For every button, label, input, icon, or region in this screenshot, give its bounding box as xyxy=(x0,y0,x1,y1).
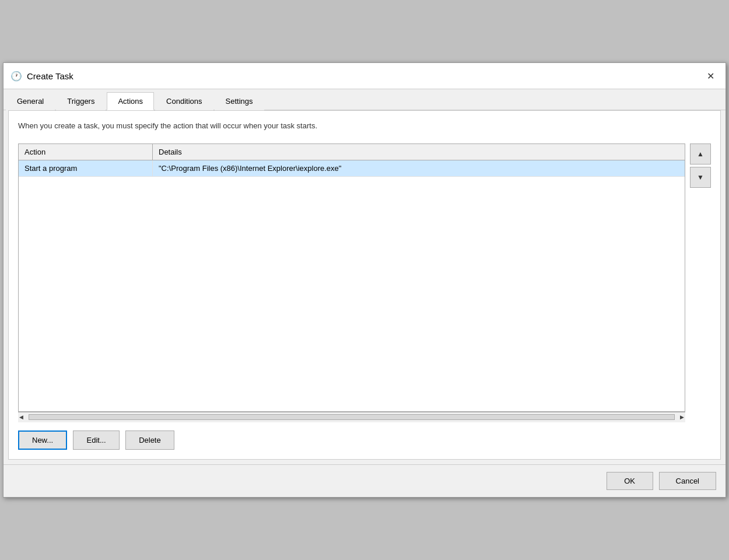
scroll-right-arrow[interactable]: ▶ xyxy=(680,414,684,420)
table-wrapper: Action Details Start a program "C:\Progr… xyxy=(18,144,685,422)
side-buttons: ▲ ▼ xyxy=(690,144,711,188)
table-header: Action Details xyxy=(19,144,685,160)
tab-conditions[interactable]: Conditions xyxy=(155,92,213,110)
tab-triggers[interactable]: Triggers xyxy=(56,92,106,110)
ok-button[interactable]: OK xyxy=(607,472,653,490)
column-header-action: Action xyxy=(19,144,153,160)
tab-settings[interactable]: Settings xyxy=(215,92,264,110)
clock-icon: 🕐 xyxy=(10,70,22,82)
scrollbar-area: ◀ ▶ xyxy=(18,412,685,422)
main-content: When you create a task, you must specify… xyxy=(8,110,721,460)
cancel-button[interactable]: Cancel xyxy=(659,472,716,490)
cell-action: Start a program xyxy=(19,160,153,176)
tab-general[interactable]: General xyxy=(6,92,55,110)
title-bar: 🕐 Create Task ✕ xyxy=(3,63,726,89)
tab-actions[interactable]: Actions xyxy=(107,92,154,110)
create-task-dialog: 🕐 Create Task ✕ General Triggers Actions… xyxy=(3,62,726,498)
move-up-button[interactable]: ▲ xyxy=(690,144,711,164)
dialog-title: Create Task xyxy=(27,71,73,81)
new-button[interactable]: New... xyxy=(18,430,67,450)
cell-details: "C:\Program Files (x86)\Internet Explore… xyxy=(153,160,685,176)
actions-table: Action Details Start a program "C:\Progr… xyxy=(18,144,685,412)
description-text: When you create a task, you must specify… xyxy=(18,120,711,132)
delete-button[interactable]: Delete xyxy=(125,430,174,450)
dialog-footer: OK Cancel xyxy=(3,464,726,497)
scrollbar-track[interactable] xyxy=(29,414,675,420)
edit-button[interactable]: Edit... xyxy=(73,430,120,450)
action-buttons: New... Edit... Delete xyxy=(18,430,711,450)
tab-bar: General Triggers Actions Conditions Sett… xyxy=(3,89,726,110)
table-body: Start a program "C:\Program Files (x86)\… xyxy=(19,160,685,411)
scroll-left-arrow[interactable]: ◀ xyxy=(19,414,23,420)
table-area: Action Details Start a program "C:\Progr… xyxy=(18,144,711,422)
close-button[interactable]: ✕ xyxy=(702,68,719,84)
move-down-button[interactable]: ▼ xyxy=(690,167,711,188)
title-bar-left: 🕐 Create Task xyxy=(10,70,73,82)
column-header-details: Details xyxy=(153,144,685,160)
table-row[interactable]: Start a program "C:\Program Files (x86)\… xyxy=(19,160,685,177)
